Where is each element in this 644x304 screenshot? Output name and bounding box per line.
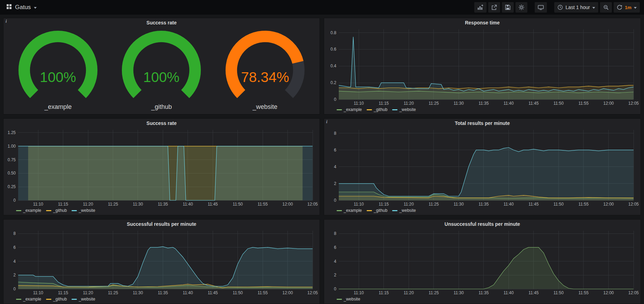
chart-area[interactable]: 00.20.40.60.811:1011:1511:2011:2511:3011… [327,27,638,106]
panel-header[interactable]: Success rate [3,119,320,128]
svg-text:11:50: 11:50 [554,290,564,295]
svg-text:11:15: 11:15 [379,290,389,295]
svg-text:1.00: 1.00 [8,144,16,149]
svg-text:6: 6 [334,148,336,153]
panel-title: Total results per minute [455,120,510,126]
svg-text:6: 6 [13,245,16,250]
graph-canvas: 00.250.500.751.001.2511:1011:1511:2011:2… [6,128,317,207]
svg-text:12:00: 12:00 [283,290,293,295]
panel-header[interactable]: Unsuccessful results per minute [324,220,641,229]
legend-item-_website[interactable]: _website [72,297,95,302]
chart-area[interactable]: 0246811:1011:1511:2011:2511:3011:3511:40… [327,128,638,207]
legend-series-color-icon [392,210,397,211]
legend-item-_example[interactable]: _example [337,208,362,213]
svg-text:12:00: 12:00 [603,202,614,207]
svg-text:12:05: 12:05 [628,290,639,295]
svg-text:12:05: 12:05 [307,290,318,295]
svg-text:12:05: 12:05 [628,101,639,106]
share-icon [491,5,497,10]
svg-text:11:30: 11:30 [454,290,464,295]
legend-item-_website[interactable]: _website [392,107,416,112]
legend-series-color-icon [337,210,342,211]
time-range-picker[interactable]: Last 1 hour [554,2,598,13]
legend-item-_example[interactable]: _example [16,297,41,302]
legend-series-color-icon [72,299,77,300]
panel-info-icon[interactable]: i [6,19,7,24]
svg-text:11:20: 11:20 [404,101,414,106]
graph-canvas: 0246811:1011:1511:2011:2511:3011:3511:40… [327,229,638,296]
navbar-right: Last 1 hour 1m [474,2,640,13]
svg-text:11:25: 11:25 [429,101,439,106]
cycle-view-button[interactable] [535,2,547,13]
panel-header[interactable]: Response time [324,18,641,27]
legend-item-_github[interactable]: _github [367,107,387,112]
legend-series-color-icon [72,210,77,211]
svg-text:12:00: 12:00 [283,202,293,207]
dashboard-grid: Success rate 100%_example100%_github78.3… [0,15,644,304]
legend-series-color-icon [367,109,372,110]
panel-header[interactable]: Success rate [3,18,320,27]
svg-text:11:40: 11:40 [183,290,193,295]
panel-title: Response time [465,20,500,25]
svg-text:0: 0 [13,287,16,291]
save-icon [505,5,511,10]
panel-title: Successful results per minute [127,221,196,227]
svg-text:0.25: 0.25 [8,184,16,189]
chart-area[interactable]: 00.250.500.751.001.2511:1011:1511:2011:2… [6,128,317,207]
chart-area[interactable]: 0246811:1011:1511:2011:2511:3011:3511:40… [6,229,317,296]
add-panel-button[interactable] [474,2,486,13]
svg-text:2: 2 [334,273,336,277]
share-button[interactable] [488,2,500,13]
gauge-_example: 100%_example [7,30,109,111]
svg-text:11:35: 11:35 [478,202,489,207]
legend: _example_github_website [6,296,317,302]
graph-canvas: 00.20.40.60.811:1011:1511:2011:2511:3011… [327,27,638,106]
monitor-icon [538,5,544,10]
panel-response-time: Response time 00.20.40.60.811:1011:1511:… [324,18,641,114]
legend-item-_github[interactable]: _github [46,297,67,302]
chart-area[interactable]: 0246811:1011:1511:2011:2511:3011:3511:40… [327,229,638,296]
svg-text:11:55: 11:55 [258,290,268,295]
panel-header[interactable]: Successful results per minute [3,220,320,229]
zoom-out-button[interactable] [600,2,612,13]
svg-text:11:55: 11:55 [578,202,588,207]
svg-text:11:25: 11:25 [429,202,439,207]
save-button[interactable] [502,2,514,13]
legend-item-_github[interactable]: _github [367,208,387,213]
svg-text:11:35: 11:35 [478,290,489,295]
panel-info-icon[interactable]: i [326,119,327,125]
gauge-canvas: 100% [7,30,109,101]
svg-text:2: 2 [13,273,16,277]
legend-item-_github[interactable]: _github [46,208,67,213]
legend-item-_website[interactable]: _website [337,297,360,302]
gauge-value: 100% [40,69,76,85]
legend-item-_example[interactable]: _example [16,208,41,213]
svg-text:0: 0 [13,198,16,203]
legend-item-_example[interactable]: _example [337,107,362,112]
svg-text:4: 4 [13,259,16,264]
legend-item-_website[interactable]: _website [72,208,95,213]
clock-icon [557,5,563,10]
zoom-out-icon [603,5,609,10]
settings-button[interactable] [515,2,527,13]
add-panel-icon [477,5,483,10]
dashboard-picker[interactable]: Gatus [4,2,39,13]
series-fill-_website [339,148,634,201]
svg-text:11:30: 11:30 [454,101,464,106]
svg-text:11:55: 11:55 [258,202,268,207]
svg-text:12:00: 12:00 [603,290,614,295]
svg-text:6: 6 [334,245,336,250]
gauge-label: _github [110,103,213,111]
panel-header[interactable]: Total results per minute [324,119,641,128]
svg-text:11:20: 11:20 [404,202,414,207]
legend-item-_website[interactable]: _website [392,208,416,213]
svg-text:11:45: 11:45 [528,290,539,295]
navbar: Gatus [0,0,644,15]
series-fill-_website [339,247,634,289]
caret-down-icon [592,7,595,9]
refresh-button[interactable]: 1m [614,2,640,13]
svg-text:8: 8 [334,131,336,136]
svg-text:0: 0 [334,97,336,102]
svg-text:11:20: 11:20 [83,202,93,207]
caret-down-icon [634,7,637,9]
